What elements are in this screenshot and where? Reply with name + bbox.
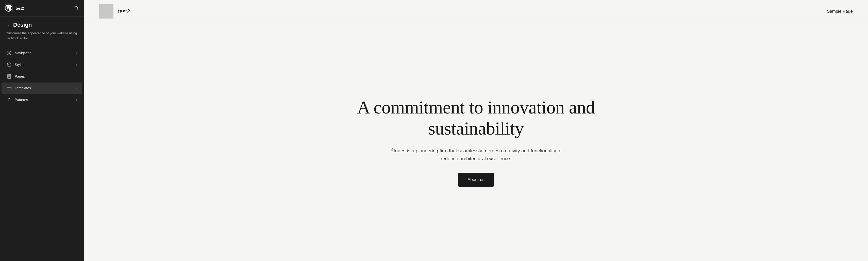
nav-item-left-navigation: Navigation: [7, 51, 31, 56]
nav-item-left-styles: Styles: [7, 62, 24, 67]
wordpress-logo[interactable]: W: [4, 4, 13, 13]
sidebar-item-patterns[interactable]: Patterns ›: [2, 94, 82, 105]
svg-point-6: [9, 53, 10, 54]
site-logo-placeholder: [99, 4, 114, 19]
nav-item-left-patterns: Patterns: [7, 97, 28, 102]
nav-label-styles: Styles: [15, 63, 24, 67]
svg-text:W: W: [7, 6, 11, 10]
sidebar-item-pages[interactable]: Pages ›: [2, 71, 82, 82]
back-button[interactable]: [5, 22, 11, 28]
nav-label-patterns: Patterns: [15, 98, 28, 102]
preview-area: test2 Sample Page A commitment to innova…: [84, 0, 868, 261]
chevron-right-styles: ›: [76, 63, 77, 66]
site-header: test2 Sample Page: [84, 0, 868, 23]
nav-label-pages: Pages: [15, 75, 25, 79]
patterns-icon: [7, 97, 12, 102]
hero-section: A commitment to innovation and sustainab…: [84, 23, 868, 261]
chevron-right-navigation: ›: [76, 51, 77, 55]
svg-point-3: [75, 7, 78, 9]
svg-line-4: [78, 9, 79, 10]
sidebar-item-navigation[interactable]: Navigation ›: [2, 48, 82, 59]
chevron-right-templates: ›: [76, 86, 77, 90]
nav-item-left-pages: Pages: [7, 74, 25, 79]
nav-label-navigation: Navigation: [15, 51, 31, 55]
chevron-right-pages: ›: [76, 75, 77, 78]
sidebar-header: W test2: [0, 0, 84, 17]
design-section: Design Customize the appearance of your …: [0, 17, 84, 43]
nav-label-templates: Templates: [15, 86, 31, 90]
templates-icon: [7, 86, 12, 91]
hero-title: A commitment to innovation and sustainab…: [337, 97, 616, 139]
navigation-icon: [7, 51, 12, 56]
design-title: Design: [13, 22, 32, 28]
hero-description: Études is a pioneering firm that seamles…: [385, 147, 567, 163]
nav-item-left-templates: Templates: [7, 86, 31, 91]
sidebar-item-styles[interactable]: Styles ›: [2, 59, 82, 70]
sidebar-header-left: W test2: [4, 4, 24, 13]
site-name: test2: [16, 6, 24, 10]
nav-menu: Navigation › Styles ›: [0, 47, 84, 106]
site-nav[interactable]: Sample Page: [827, 9, 853, 14]
design-description: Customize the appearance of your website…: [5, 31, 79, 40]
about-us-button[interactable]: About us: [458, 173, 494, 187]
sidebar: W test2 Design Customize the appearance …: [0, 0, 84, 261]
search-button[interactable]: [73, 5, 80, 11]
site-title: test2: [118, 8, 130, 15]
search-icon: [74, 6, 79, 10]
sample-page-link[interactable]: Sample Page: [827, 9, 853, 14]
styles-icon: [7, 62, 12, 67]
back-row: Design: [5, 22, 79, 28]
back-arrow-icon: [6, 23, 10, 27]
sidebar-item-templates[interactable]: Templates ›: [2, 83, 82, 94]
pages-icon: [7, 74, 12, 79]
site-logo-area: test2: [99, 4, 130, 19]
svg-rect-16: [7, 86, 11, 90]
chevron-right-patterns: ›: [76, 98, 77, 102]
